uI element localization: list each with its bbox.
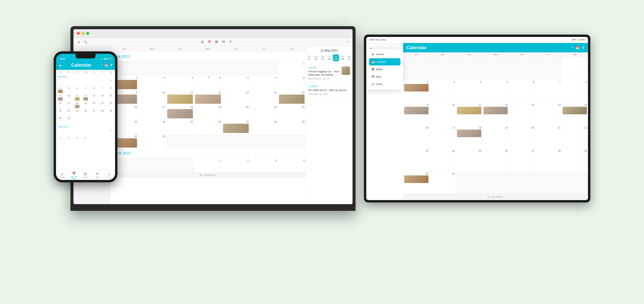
ip-cell-22[interactable]: 22	[107, 102, 115, 109]
ip-cell-26[interactable]: 26	[81, 109, 90, 117]
date-chip-14[interactable]: Fri 14	[326, 54, 332, 61]
ip-cell-13[interactable]: 13	[90, 94, 98, 102]
ip-cell-29[interactable]: 29	[107, 109, 115, 117]
date-chip-17[interactable]: Mon 17	[346, 54, 352, 61]
ip-cell-14[interactable]: 14	[98, 94, 106, 102]
ipad-cell-may-20[interactable]: 20	[509, 125, 535, 148]
calendar-icon[interactable]: 📅	[208, 40, 211, 44]
ipad-menu-journey[interactable]: ⊞ Journey	[369, 51, 400, 58]
trash-icon[interactable]: 🗑	[200, 40, 204, 44]
calendar-view-icon[interactable]: 📅	[104, 63, 108, 67]
ipad-cell-may-25[interactable]: 25	[456, 148, 482, 171]
ipad-cell-may-9[interactable]: 9	[403, 103, 430, 125]
ip-cell-24[interactable]: 24	[64, 109, 73, 117]
cal-cell-jun-1[interactable]: 1	[194, 158, 222, 172]
ipad-menu-coach[interactable]: ◎ Coach	[369, 81, 400, 88]
ipad-cell-may-15[interactable]: 15	[562, 103, 588, 125]
ip-cell-1[interactable]: 1	[107, 79, 115, 87]
ip-cell-6[interactable]: 6	[90, 87, 98, 94]
ip-cell-31[interactable]: 31	[64, 117, 73, 124]
ipad-cell-may-5[interactable]: 5	[482, 80, 509, 102]
ip-cell-25[interactable]: 25	[73, 109, 81, 117]
ipad-cell-may-31[interactable]: 31	[430, 171, 456, 194]
cal-cell-may-5[interactable]: 5	[194, 76, 222, 90]
ipad-cell-may-27[interactable]: 27	[509, 148, 535, 171]
ipad-settings-icon[interactable]: ⚙	[582, 46, 585, 50]
ip-cell-27[interactable]: 27	[90, 109, 98, 117]
ipad-menu-media[interactable]: 🖼 Media	[369, 66, 400, 73]
ipad-cell-may-13[interactable]: 13	[509, 103, 535, 125]
cal-cell-may-10[interactable]: 10	[138, 90, 166, 105]
ip-cell-9[interactable]: 9	[56, 94, 64, 102]
ip-cell-16[interactable]: 16	[56, 102, 64, 109]
ipad-cell-may-21[interactable]: 21	[535, 125, 562, 148]
detail-entry-2[interactable]: 12:06 AM We visited San Fr... didn't go …	[306, 83, 352, 98]
ip-jun-4[interactable]: 4	[73, 136, 81, 144]
cal-cell-may-14[interactable]: 14	[250, 90, 278, 105]
cal-cell-may-11[interactable]: 11	[166, 90, 194, 105]
ipad-menu-calendar[interactable]: 📅 Calendar	[369, 58, 400, 66]
ipad-cell-may-7[interactable]: 7	[535, 80, 562, 102]
ip-jun-2[interactable]: 2	[56, 136, 64, 144]
cal-cell-may-19[interactable]: 19	[194, 105, 222, 119]
cal-cell-may-1[interactable]: 1	[278, 61, 306, 76]
ip-cell-5[interactable]: 5	[81, 87, 90, 94]
ipad-cell-may-12[interactable]: 12	[482, 103, 509, 125]
cal-cell-may-3[interactable]: 3	[138, 76, 166, 90]
cal-cell-may-21[interactable]: 21	[250, 105, 278, 119]
cal-cell-may-17[interactable]: 17	[138, 105, 166, 119]
sidebar-toggle-icon[interactable]: ⊟	[77, 40, 80, 44]
cal-cell-may-15[interactable]: 15	[278, 90, 306, 105]
ipad-menu-atlas[interactable]: 🗺 Atlas	[369, 73, 400, 80]
ip-cell-7[interactable]: 7	[98, 87, 106, 94]
close-button[interactable]	[77, 32, 80, 35]
ip-cell-8[interactable]: 8	[107, 87, 115, 94]
tab-atlas[interactable]: 🗺 Atlas	[92, 172, 103, 178]
search-icon[interactable]: 🔍	[84, 40, 88, 44]
ipad-cell-may-16[interactable]: 16	[403, 125, 430, 148]
ip-cell-4[interactable]: 4	[73, 87, 81, 94]
ipad-cell-may-22[interactable]: 22	[562, 125, 588, 148]
ipad-calendar-icon[interactable]: 📅	[576, 46, 580, 50]
cal-cell-may-27[interactable]: 27	[222, 119, 250, 134]
maximize-button[interactable]	[86, 32, 89, 35]
tab-media[interactable]: 🖼 Media	[80, 172, 92, 178]
ipad-cell-may-4[interactable]: 4	[456, 80, 482, 102]
photos-icon[interactable]: 🖼	[215, 40, 218, 44]
ipad-cell-may-17[interactable]: 17	[430, 125, 456, 148]
ipad-cell-may-26[interactable]: 26	[482, 148, 509, 171]
cal-cell-may-20[interactable]: 20	[222, 105, 250, 119]
ipad-cell-may-6[interactable]: 6	[509, 80, 535, 102]
ip-cell-3[interactable]: 3	[64, 87, 73, 94]
cal-cell-may-7[interactable]: 7	[250, 76, 278, 90]
ipad-cell-may-8[interactable]: 8	[562, 80, 588, 102]
cal-cell-may-31[interactable]: 31	[138, 134, 166, 149]
settings-icon[interactable]: ⚙	[110, 63, 112, 67]
ipad-cell-may-1[interactable]: 1	[562, 57, 588, 80]
cal-cell-may-28[interactable]: 28	[250, 119, 278, 134]
cal-cell-may-6[interactable]: 6	[222, 76, 250, 90]
ipad-cell-may-18[interactable]: 18	[456, 125, 482, 148]
ipad-add-icon[interactable]: +	[572, 46, 574, 50]
ip-jun-1[interactable]: 1	[107, 129, 115, 136]
minimize-button[interactable]	[82, 32, 84, 35]
ipad-cell-may-10[interactable]: 10	[430, 103, 456, 125]
date-chip-11[interactable]: Tue 11	[306, 54, 312, 61]
ip-cell-19[interactable]: 19	[81, 102, 90, 109]
ipad-cell-may-23[interactable]: 23	[403, 148, 430, 171]
ip-cell-30[interactable]: 30	[56, 117, 64, 124]
date-chip-13[interactable]: Thu 13	[320, 54, 326, 61]
ip-cell-11[interactable]: 11	[73, 94, 81, 102]
ipad-cell-may-2[interactable]: 2	[403, 80, 430, 102]
cal-cell-may-13[interactable]: 13	[222, 90, 250, 105]
cal-cell-jun-2[interactable]: 2	[222, 158, 250, 172]
ip-cell-21[interactable]: 21	[98, 102, 106, 109]
ipad-cell-may-30[interactable]: 30	[403, 171, 430, 194]
ipad-cell-may-11[interactable]: 11	[456, 103, 482, 125]
ipad-cell-may-28[interactable]: 28	[535, 148, 562, 171]
tab-coach[interactable]: ◎ Coach	[103, 172, 115, 178]
cal-cell-may-26[interactable]: 26	[194, 119, 222, 134]
ipad-cell-may-29[interactable]: 29	[562, 148, 588, 171]
cal-cell-may-18[interactable]: 18	[166, 105, 194, 119]
ip-cell-17[interactable]: 17	[64, 102, 73, 109]
